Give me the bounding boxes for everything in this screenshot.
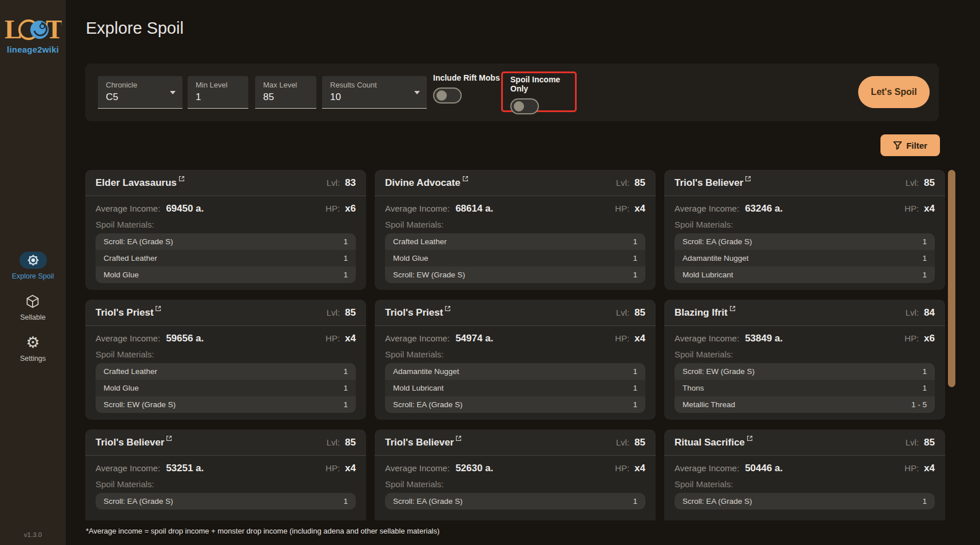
spoil-income-only-label: Spoil Income Only	[510, 75, 575, 93]
lvl-label: Lvl:	[327, 308, 340, 317]
app-logo[interactable]: L T lineage2wiki	[0, 15, 66, 54]
mob-card-header: Triol's Believer Lvl: 85	[664, 170, 945, 196]
material-qty: 1	[633, 367, 637, 376]
hp-value: x4	[634, 333, 645, 344]
results-count-select[interactable]: Results Count 10	[322, 76, 427, 109]
external-link-icon[interactable]	[155, 304, 161, 314]
sidebar-item-settings[interactable]: ⚙ Settings	[20, 334, 46, 363]
spoil-income-only-highlight: Spoil Income Only	[501, 71, 577, 112]
average-income-value: 53251 a.	[166, 463, 204, 474]
external-link-icon[interactable]	[462, 174, 469, 184]
include-rift-mobs-toggle[interactable]	[433, 87, 462, 104]
toggle-knob	[437, 90, 447, 101]
materials-list: Scroll: EA (Grade S)1	[96, 493, 356, 510]
average-income-value: 59656 a.	[166, 333, 204, 344]
material-row: Mold Glue1	[96, 266, 356, 283]
max-level-input[interactable]: Max Level 85	[255, 76, 316, 109]
results-area: Elder Lavasaurus Lvl: 83 Average Income:…	[85, 170, 945, 520]
mob-card-body: Average Income: 68614 a. HP: x4 Spoil Ma…	[375, 196, 656, 283]
material-qty: 1	[633, 497, 637, 506]
mob-card-body: Average Income: 53849 a. HP: x6 Spoil Ma…	[664, 326, 945, 413]
mob-name-link[interactable]: Ritual Sacrifice	[675, 437, 745, 448]
material-qty: 1	[922, 384, 927, 392]
min-level-input[interactable]: Min Level 1	[188, 76, 248, 109]
results-count-label: Results Count	[330, 81, 420, 89]
material-row: Scroll: EA (Grade S)1	[96, 233, 356, 250]
vertical-scrollbar-thumb[interactable]	[948, 170, 955, 387]
spoil-materials-label: Spoil Materials:	[96, 479, 356, 489]
material-row: Scroll: EW (Grade S)1	[675, 363, 935, 380]
lets-spoil-button[interactable]: Let's Spoil	[858, 76, 930, 108]
external-link-icon[interactable]	[445, 304, 451, 314]
material-qty: 1	[633, 254, 637, 262]
funnel-icon	[893, 141, 902, 150]
mob-name-link[interactable]: Triol's Believer	[675, 177, 743, 189]
mob-card-body: Average Income: 50446 a. HP: x4 Spoil Ma…	[664, 456, 945, 510]
chronicle-select[interactable]: Chronicle C5	[98, 76, 182, 109]
spoil-materials-label: Spoil Materials:	[675, 479, 935, 489]
external-link-icon[interactable]	[166, 433, 172, 444]
hp-label: HP:	[326, 463, 340, 473]
lvl-value: 85	[345, 307, 356, 319]
hp-value: x4	[634, 463, 645, 474]
material-row: Scroll: EA (Grade S)1	[675, 493, 935, 510]
average-income-label: Average Income:	[96, 204, 160, 213]
mob-name-link[interactable]: Triol's Believer	[96, 437, 164, 448]
loot-logo-icon: L T	[5, 15, 62, 43]
material-name: Metallic Thread	[683, 400, 735, 409]
lvl-value: 83	[345, 177, 356, 189]
materials-list: Scroll: EA (Grade S)1Adamantite Nugget1M…	[675, 233, 935, 283]
spoil-materials-label: Spoil Materials:	[675, 349, 935, 359]
external-link-icon[interactable]	[729, 304, 736, 314]
lvl-label: Lvl:	[327, 178, 340, 188]
hp-value: x6	[924, 333, 935, 344]
mob-name-link[interactable]: Blazing Ifrit	[675, 307, 728, 319]
mob-name-link[interactable]: Elder Lavasaurus	[96, 177, 177, 189]
spoil-materials-label: Spoil Materials:	[96, 220, 356, 229]
sidebar-item-sellable[interactable]: Sellable	[20, 293, 45, 321]
material-name: Scroll: EA (Grade S)	[393, 497, 463, 506]
sidebar-item-explore-spoil[interactable]: Explore Spoil	[12, 252, 54, 280]
lvl-label: Lvl:	[616, 308, 629, 317]
gear-icon: ⚙	[26, 334, 39, 351]
average-income-footnote: *Average income = spoil drop income + mo…	[86, 527, 439, 535]
material-row: Mold Glue1	[96, 380, 356, 396]
average-income-value: 50446 a.	[745, 463, 783, 474]
material-row: Crafted Leather1	[96, 363, 356, 380]
material-qty: 1	[922, 237, 927, 246]
chronicle-label: Chronicle	[106, 81, 176, 89]
material-row: Scroll: EA (Grade S)1	[385, 493, 645, 510]
hp-label: HP:	[326, 333, 340, 343]
external-link-icon[interactable]	[178, 174, 185, 184]
average-income-label: Average Income:	[96, 463, 160, 473]
mob-card: Triol's Priest Lvl: 85 Average Income: 5…	[85, 300, 366, 420]
sidebar-item-label: Settings	[20, 355, 46, 363]
material-name: Scroll: EW (Grade S)	[393, 270, 465, 279]
material-name: Scroll: EA (Grade S)	[683, 237, 752, 246]
mob-name-link[interactable]: Divine Advocate	[385, 177, 461, 189]
material-qty: 1	[343, 384, 348, 392]
external-link-icon[interactable]	[455, 433, 462, 444]
external-link-icon[interactable]	[747, 433, 753, 444]
material-name: Thons	[683, 384, 704, 392]
mob-card-header: Ritual Sacrifice Lvl: 85	[664, 429, 945, 456]
mob-card-header: Triol's Priest Lvl: 85	[375, 300, 656, 326]
cards-grid: Elder Lavasaurus Lvl: 83 Average Income:…	[85, 170, 945, 520]
material-name: Mold Lubricant	[393, 384, 444, 392]
logo-subtitle: lineage2wiki	[0, 45, 66, 54]
external-link-icon[interactable]	[745, 174, 751, 184]
mob-name-link[interactable]: Triol's Priest	[96, 307, 153, 319]
material-row: Scroll: EA (Grade S)1	[96, 493, 356, 510]
material-name: Mold Glue	[104, 270, 139, 279]
max-level-label: Max Level	[263, 81, 310, 89]
average-income-label: Average Income:	[96, 333, 160, 343]
mob-name-link[interactable]: Triol's Believer	[385, 437, 454, 448]
max-level-value: 85	[263, 92, 310, 103]
lvl-label: Lvl:	[616, 437, 629, 447]
spoil-income-only-toggle[interactable]	[510, 98, 539, 114]
mob-name-link[interactable]: Triol's Priest	[385, 307, 443, 319]
material-row: Scroll: EW (Grade S)1	[385, 266, 645, 283]
filter-button[interactable]: Filter	[880, 134, 940, 156]
mob-card-body: Average Income: 63246 a. HP: x4 Spoil Ma…	[664, 196, 945, 283]
lvl-value: 85	[924, 177, 935, 189]
